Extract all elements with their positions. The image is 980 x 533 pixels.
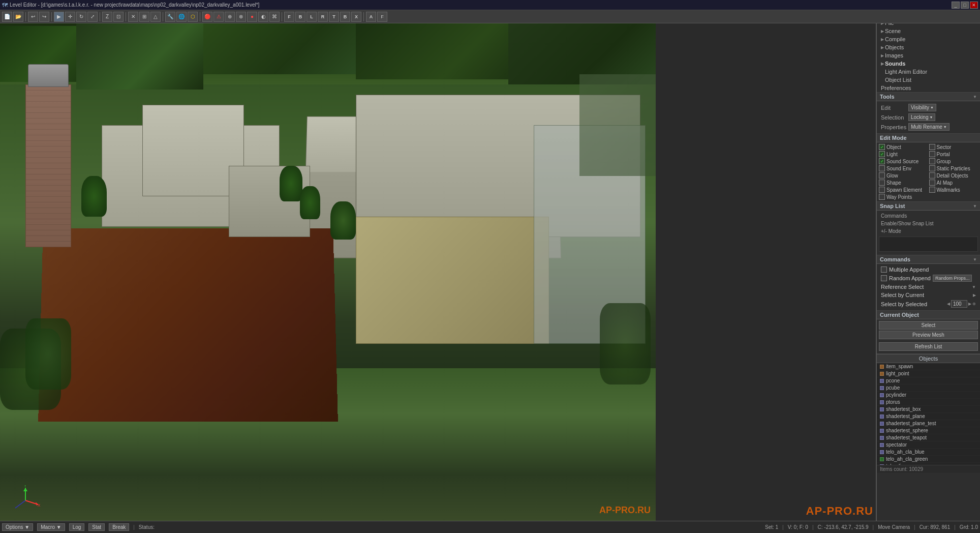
- checkbox-sound-env[interactable]: [879, 165, 885, 171]
- menu-scene[interactable]: ▶ Scene: [877, 27, 980, 35]
- menu-object-list[interactable]: Object List: [877, 76, 980, 84]
- list-item[interactable]: shadertest_plane: [877, 413, 980, 420]
- toolbar-icon-a[interactable]: A: [366, 12, 376, 22]
- tools-locking-dropdown[interactable]: Locking: [908, 113, 935, 121]
- menu-preferences[interactable]: Preferences: [877, 84, 980, 92]
- preview-mesh-button[interactable]: Preview Mesh: [879, 331, 978, 339]
- snap-list-header[interactable]: Snap List ▼: [877, 202, 980, 211]
- checkbox-random-append[interactable]: [881, 275, 887, 281]
- obj-icon-pcone: [880, 379, 884, 383]
- toolbar-icon-f2[interactable]: F: [377, 12, 387, 22]
- toolbar-btn2[interactable]: ⊡: [113, 12, 124, 22]
- checkbox-ai-map[interactable]: [929, 180, 935, 186]
- checkbox-glow[interactable]: [879, 172, 885, 179]
- list-item[interactable]: telo_ah_cla_blue: [877, 449, 980, 456]
- tools-header[interactable]: Tools ▼: [877, 93, 980, 101]
- toolbar-select[interactable]: ▶: [54, 12, 64, 22]
- menu-images[interactable]: ▶ Images: [877, 51, 980, 60]
- log-button[interactable]: Log: [69, 523, 85, 531]
- list-item[interactable]: pcone: [877, 377, 980, 384]
- commands-header[interactable]: Commands ▼: [877, 255, 980, 264]
- toolbar-btn12[interactable]: ⊗: [236, 12, 246, 22]
- toolbar-btn14[interactable]: ◐: [258, 12, 268, 22]
- toolbar-scale[interactable]: ⤢: [87, 12, 98, 22]
- viewport[interactable]: X Y AP-PRO.RU: [0, 23, 656, 521]
- toolbar-open[interactable]: 📂: [13, 12, 23, 22]
- toolbar-btn5[interactable]: △: [150, 12, 161, 22]
- toolbar-btn3[interactable]: ✕: [128, 12, 138, 22]
- toolbar-view-b[interactable]: B: [295, 12, 305, 22]
- toolbar-btn15[interactable]: ⌘: [269, 12, 280, 22]
- toolbar-rotate[interactable]: ↻: [76, 12, 86, 22]
- select-value-input[interactable]: [951, 300, 967, 308]
- toolbar-view-x[interactable]: X: [351, 12, 361, 22]
- checkbox-group[interactable]: [929, 158, 935, 164]
- toolbar-btn7[interactable]: 🌐: [176, 12, 187, 22]
- checkbox-sound-source[interactable]: ✓: [879, 158, 885, 164]
- checkbox-sector[interactable]: [929, 144, 935, 150]
- toolbar-btn11[interactable]: ⊕: [225, 12, 235, 22]
- list-item[interactable]: shadertest_plane_test: [877, 420, 980, 427]
- select-button[interactable]: Select: [879, 321, 978, 330]
- toolbar-new[interactable]: 📄: [2, 12, 12, 22]
- edit-mode-header[interactable]: Edit Mode: [877, 134, 980, 142]
- checkbox-portal[interactable]: [929, 151, 935, 157]
- checkbox-way-points[interactable]: [879, 194, 885, 200]
- checkbox-spawn-element[interactable]: [879, 187, 885, 193]
- random-row: Random Append Random Props...: [879, 274, 978, 283]
- toolbar-btn4[interactable]: ⊞: [139, 12, 149, 22]
- edit-mode-sound-env: Sound Env: [879, 165, 928, 171]
- scene-menu-section: ▶ File ▶ Scene ▶ Compile ▶ Objects ▶ Ima…: [877, 19, 980, 93]
- list-item[interactable]: spectator: [877, 441, 980, 449]
- close-button[interactable]: ✕: [970, 2, 978, 9]
- menu-images-label: Images: [885, 52, 903, 58]
- toolbar-btn13[interactable]: ●: [247, 12, 257, 22]
- list-item[interactable]: light_point: [877, 370, 980, 377]
- checkbox-static-particles[interactable]: [929, 165, 935, 171]
- checkbox-shape[interactable]: [879, 180, 885, 186]
- list-item[interactable]: shadertest_box: [877, 406, 980, 413]
- toolbar-btn10[interactable]: ⚠: [213, 12, 224, 22]
- toolbar-view-bk[interactable]: B: [340, 12, 350, 22]
- refresh-list-button[interactable]: Refresh List: [879, 342, 978, 351]
- toolbar-view-t[interactable]: T: [329, 12, 339, 22]
- multiple-append-label: Multiple Append: [889, 266, 929, 273]
- random-props-button[interactable]: Random Props...: [933, 275, 972, 282]
- options-button[interactable]: Options ▼: [2, 523, 33, 531]
- toolbar-btn6[interactable]: 🔧: [165, 12, 175, 22]
- menu-sounds[interactable]: ▶ Sounds: [877, 60, 980, 68]
- list-item[interactable]: telo_ah_cla_green: [877, 456, 980, 463]
- maximize-button[interactable]: □: [961, 2, 969, 9]
- checkbox-multiple-append[interactable]: [881, 266, 887, 273]
- toolbar-btn9[interactable]: 🔴: [202, 12, 212, 22]
- list-item[interactable]: pcylinder: [877, 392, 980, 399]
- toolbar-undo[interactable]: ↩: [28, 12, 38, 22]
- toolbar-btn8[interactable]: ⬡: [188, 12, 198, 22]
- list-item[interactable]: item_spawn: [877, 363, 980, 370]
- toolbar-redo[interactable]: ↪: [39, 12, 49, 22]
- minimize-button[interactable]: _: [952, 2, 960, 9]
- tools-edit-dropdown[interactable]: Visibility: [908, 104, 936, 111]
- toolbar-view-l[interactable]: L: [307, 12, 317, 22]
- list-item[interactable]: ptorus: [877, 399, 980, 406]
- toolbar-view-f[interactable]: F: [284, 12, 294, 22]
- snap-input-area[interactable]: [879, 236, 978, 252]
- tools-multirename-dropdown[interactable]: Multi Rename: [908, 123, 950, 131]
- menu-objects[interactable]: ▶ Objects: [877, 43, 980, 51]
- checkbox-detail-objects[interactable]: [929, 172, 935, 179]
- list-item[interactable]: shadertest_sphere: [877, 427, 980, 434]
- menu-compile[interactable]: ▶ Compile: [877, 35, 980, 43]
- break-button[interactable]: Break: [109, 523, 129, 531]
- checkbox-object[interactable]: ✓: [879, 144, 885, 150]
- checkbox-light[interactable]: ✓: [879, 151, 885, 157]
- menu-light-anim[interactable]: Light Anim Editor: [877, 68, 980, 76]
- list-item[interactable]: pcube: [877, 384, 980, 392]
- current-object-content: Select Preview Mesh Refresh List: [877, 319, 980, 353]
- toolbar-view-r[interactable]: R: [318, 12, 328, 22]
- stat-button[interactable]: Stat: [88, 523, 105, 531]
- list-item[interactable]: shadertest_teapot: [877, 434, 980, 441]
- toolbar-move[interactable]: ✛: [65, 12, 75, 22]
- toolbar-btn1[interactable]: Z: [102, 12, 112, 22]
- macro-button[interactable]: Macro ▼: [37, 523, 65, 531]
- checkbox-wallmarks[interactable]: [929, 187, 935, 193]
